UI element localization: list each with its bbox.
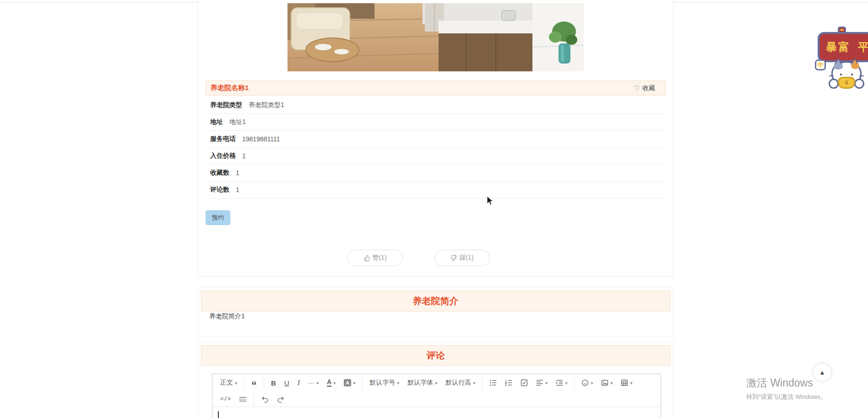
more-styles-button[interactable]: ··· ▾	[304, 376, 323, 389]
image-button[interactable]: ▾	[597, 376, 617, 389]
row-label: 地址	[210, 118, 223, 126]
editor-toolbar-row2: </>	[212, 391, 661, 407]
page: 养老院名称1 ♡ 收藏 养老院类型 养老院类型1 地址 地址1 服务电话 198…	[0, 0, 868, 418]
chevron-down-icon: ▾	[397, 380, 399, 386]
row-label: 服务电话	[210, 135, 236, 143]
reserve-button[interactable]: 预约	[206, 210, 230, 225]
emoji-button[interactable]: ▾	[577, 376, 597, 389]
comment-editor: 正文 ▾ “ B U I ··· ▾ A ▾ A ▾	[212, 374, 661, 418]
font-color-button[interactable]: A ▾	[323, 376, 340, 389]
comment-input-area[interactable]	[212, 407, 661, 418]
line-height-select[interactable]: 默认行高 ▾	[441, 376, 479, 389]
row-label: 入住价格	[210, 152, 236, 160]
row-value: 19819881111	[242, 135, 280, 143]
row-value: 1	[236, 186, 239, 193]
detail-row-price: 入住价格 1	[206, 148, 666, 165]
align-button[interactable]: ▾	[532, 376, 552, 389]
ordered-list-button[interactable]	[501, 376, 516, 389]
toolbar-separator	[574, 376, 575, 390]
chevron-down-icon: ▾	[545, 380, 548, 386]
windows-activation-watermark: 激活 Windows 转到“设置”以激活 Windows。	[746, 376, 827, 401]
watermark-line1: 激活 Windows	[746, 376, 827, 390]
detail-row-favorites: 收藏数 1	[206, 165, 666, 182]
emoji-icon	[581, 379, 589, 386]
favorite-label: 收藏	[642, 84, 655, 92]
chevron-down-icon: ▾	[591, 380, 593, 386]
indent-button[interactable]: ▾	[552, 376, 571, 389]
align-left-icon	[536, 379, 543, 386]
chevron-down-icon: ▾	[610, 380, 613, 386]
cat-eye	[840, 74, 842, 75]
redo-button[interactable]	[273, 393, 289, 406]
chevron-down-icon: ▾	[316, 380, 319, 386]
checkbox-icon	[521, 379, 528, 386]
intro-title: 养老院简介	[413, 295, 459, 307]
gold-ingot-icon: ¥	[838, 77, 855, 89]
underline-button[interactable]: U	[280, 376, 293, 389]
row-value: 1	[236, 169, 239, 177]
line-height-label: 默认行高	[445, 379, 471, 387]
chevron-down-icon: ▾	[235, 380, 237, 386]
room-photo-illustration	[288, 3, 584, 71]
row-value: 1	[242, 152, 246, 160]
chevron-down-icon: ▾	[353, 380, 355, 386]
thumbs-down-icon	[450, 255, 457, 262]
italic-button[interactable]: I	[293, 376, 304, 389]
row-value: 养老院类型1	[249, 101, 284, 109]
arrow-up-icon: ▲	[819, 369, 825, 376]
blockquote-button[interactable]: “	[247, 376, 261, 389]
table-icon	[621, 379, 628, 386]
image-icon	[601, 379, 608, 386]
sticker-plaque: 暴富 平安	[818, 32, 868, 62]
cat-whisker	[829, 75, 834, 76]
comments-header: 评论	[201, 345, 670, 366]
todo-list-button[interactable]	[516, 376, 532, 389]
chevron-down-icon: ▾	[473, 380, 475, 386]
chevron-down-icon: ▾	[565, 380, 567, 386]
detail-row-address: 地址 地址1	[206, 114, 666, 131]
cat-eye	[851, 74, 853, 75]
nursing-home-detail-card: 养老院名称1 ♡ 收藏 养老院类型 养老院类型1 地址 地址1 服务电话 198…	[198, 0, 673, 277]
horizontal-rule-icon	[239, 396, 247, 402]
font-family-select[interactable]: 默认字体 ▾	[403, 376, 441, 389]
redo-icon	[277, 396, 285, 403]
indent-icon	[556, 379, 563, 386]
room-photo	[288, 3, 584, 71]
favorite-button[interactable]: ♡ 收藏	[634, 84, 655, 92]
detail-rows: 养老院类型 养老院类型1 地址 地址1 服务电话 19819881111 入住价…	[206, 97, 666, 198]
mouse-cursor	[487, 196, 494, 206]
code-view-button[interactable]: </>	[216, 393, 235, 406]
sticker-badge: 中	[815, 59, 826, 70]
like-button[interactable]: 赞(1)	[347, 250, 403, 266]
chevron-down-icon: ▾	[333, 380, 336, 386]
watermark-line2: 转到“设置”以激活 Windows。	[746, 393, 827, 401]
cat-paw	[829, 79, 839, 89]
bullet-list-button[interactable]	[485, 376, 501, 389]
undo-icon	[261, 396, 269, 403]
thumbs-up-icon	[363, 255, 370, 262]
font-size-select[interactable]: 默认字号 ▾	[365, 376, 403, 389]
table-button[interactable]: ▾	[617, 376, 636, 389]
text-cursor	[218, 411, 219, 418]
cat-patch	[851, 63, 859, 69]
sticker-word-1: 暴富	[826, 40, 851, 54]
cat-paw	[854, 79, 864, 89]
paragraph-style-label: 正文	[220, 379, 233, 387]
toolbar-separator	[264, 376, 264, 390]
intro-section: 养老院简介 养老院简介1	[198, 287, 673, 337]
ordered-list-icon	[505, 379, 512, 386]
detail-row-comments: 评论数 1	[206, 182, 666, 198]
dislike-label: 踩(1)	[459, 254, 473, 262]
editor-toolbar-row1: 正文 ▾ “ B U I ··· ▾ A ▾ A ▾	[212, 374, 661, 391]
nursing-home-name: 养老院名称1	[211, 84, 249, 92]
comments-section: 评论 正文 ▾ “ B U I ··· ▾ A ▾	[198, 342, 673, 418]
paragraph-style-select[interactable]: 正文 ▾	[216, 376, 241, 389]
dislike-button[interactable]: 踩(1)	[434, 250, 490, 266]
divider-button[interactable]	[235, 393, 251, 406]
toolbar-separator	[244, 376, 244, 390]
undo-button[interactable]	[257, 393, 273, 406]
bg-color-button[interactable]: A ▾	[340, 376, 359, 389]
cursor-arrow-icon	[487, 196, 494, 206]
bold-button[interactable]: B	[267, 376, 280, 389]
font-size-label: 默认字号	[369, 379, 395, 387]
